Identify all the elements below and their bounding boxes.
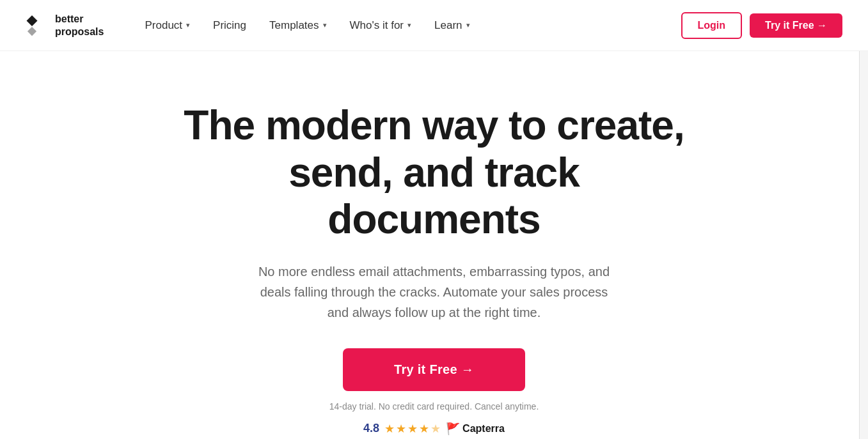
star-2: ★: [396, 422, 406, 436]
chevron-down-icon: ▾: [186, 21, 190, 29]
capterra-label: Capterra: [462, 423, 505, 435]
star-rating: ★ ★ ★ ★ ★: [384, 422, 441, 436]
rating-score: 4.8: [363, 422, 379, 435]
try-free-hero-button[interactable]: Try it Free →: [343, 348, 525, 391]
star-4: ★: [419, 422, 429, 436]
nav-item-pricing[interactable]: Pricing: [204, 14, 255, 37]
svg-rect-0: [27, 15, 38, 26]
logo-text: betterproposals: [55, 13, 104, 37]
rating-row: 4.8 ★ ★ ★ ★ ★ 🚩 Capterra: [363, 422, 505, 436]
svg-rect-1: [28, 27, 36, 36]
nav-menu: Product ▾ Pricing Templates ▾ Who's it f…: [136, 14, 478, 37]
logo-icon: [26, 14, 49, 37]
chevron-down-icon: ▾: [407, 21, 411, 29]
star-3: ★: [407, 422, 418, 436]
scrollbar-rail[interactable]: [859, 0, 868, 439]
navbar-right: Login Try it Free →: [681, 12, 842, 39]
try-free-nav-button[interactable]: Try it Free →: [750, 13, 842, 38]
navbar: betterproposals Product ▾ Pricing Templa…: [0, 0, 868, 51]
capterra-badge: 🚩 Capterra: [446, 422, 505, 436]
hero-section: The modern way to create, send, and trac…: [0, 51, 868, 439]
chevron-down-icon: ▾: [466, 21, 470, 29]
nav-item-whos-it-for[interactable]: Who's it for ▾: [341, 14, 421, 37]
nav-item-product[interactable]: Product ▾: [136, 14, 199, 37]
chevron-down-icon: ▾: [323, 21, 327, 29]
navbar-left: betterproposals Product ▾ Pricing Templa…: [26, 13, 479, 37]
login-button[interactable]: Login: [681, 12, 743, 39]
star-5: ★: [430, 422, 441, 436]
star-1: ★: [384, 422, 395, 436]
nav-item-templates[interactable]: Templates ▾: [260, 14, 335, 37]
logo[interactable]: betterproposals: [26, 13, 104, 37]
hero-subtitle: No more endless email attachments, embar…: [249, 261, 620, 323]
nav-item-learn[interactable]: Learn ▾: [425, 14, 478, 37]
trial-text: 14-day trial. No credit card required. C…: [329, 401, 539, 412]
hero-title: The modern way to create, send, and trac…: [178, 102, 690, 243]
capterra-flag-icon: 🚩: [446, 422, 460, 436]
